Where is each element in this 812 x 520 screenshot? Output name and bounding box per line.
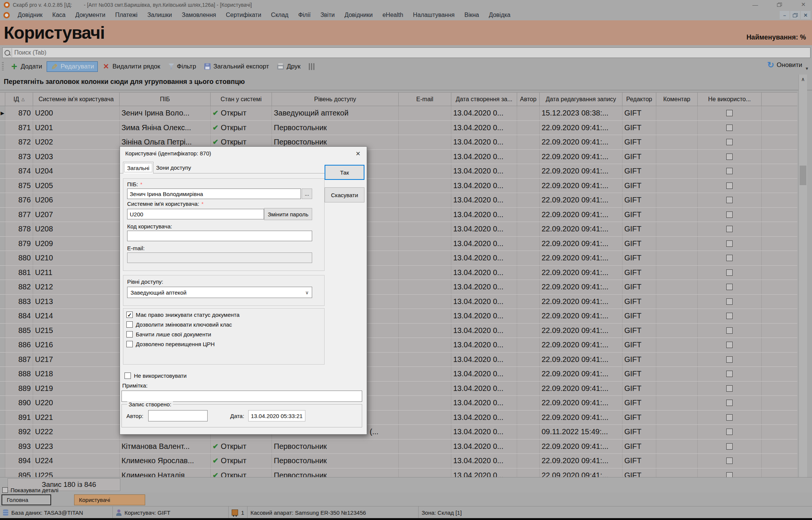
menu-item-14[interactable]: Довідка — [485, 11, 515, 19]
tab-access-zones[interactable]: Зони доступу — [152, 162, 195, 173]
toolbar-button-pencil[interactable]: Редагувати — [47, 61, 98, 72]
not-use-row[interactable]: Не використовувати — [124, 373, 187, 379]
column-header-email[interactable]: E-mail — [399, 93, 451, 106]
pib-input[interactable] — [127, 189, 301, 199]
not-used-checkbox[interactable] — [726, 385, 733, 392]
table-row[interactable]: 871U201Зима Яніна Олекс...✔ОткрытПервост… — [0, 121, 797, 135]
not-used-checkbox[interactable] — [726, 211, 733, 218]
permission-checkbox-0[interactable]: ✓ — [126, 312, 133, 318]
column-header-editor[interactable]: Редактор — [622, 93, 656, 106]
permission-row-0[interactable]: ✓Має право знижувати статус документа — [126, 312, 240, 318]
toolbar-grip[interactable] — [2, 62, 4, 71]
child-minimize-icon[interactable]: – — [780, 11, 789, 19]
table-row[interactable]: 894U224Клименко Ярослав...✔ОткрытПервост… — [0, 454, 797, 468]
scrollbar-thumb[interactable] — [800, 166, 806, 185]
column-header-created[interactable]: Дата створення за... — [451, 93, 517, 106]
toolbar-button-columns[interactable] — [305, 62, 319, 71]
column-header-state[interactable]: Стан у системі — [211, 93, 272, 106]
not-used-checkbox[interactable] — [726, 342, 733, 348]
vertical-scrollbar[interactable]: ∧ — [798, 75, 807, 477]
menu-item-4[interactable]: Залишки — [143, 11, 176, 19]
menu-item-12[interactable]: Налаштування — [409, 11, 459, 19]
not-used-checkbox[interactable] — [726, 472, 733, 477]
column-header-id[interactable]: ІД△ — [5, 93, 33, 106]
not-used-checkbox[interactable] — [726, 110, 733, 116]
change-password-button[interactable]: Змінити пароль — [264, 208, 312, 220]
column-header-comment[interactable]: Коментар — [656, 93, 698, 106]
sysname-input[interactable] — [127, 209, 264, 219]
menu-item-13[interactable]: Вікна — [460, 11, 483, 19]
restore-icon[interactable] — [774, 1, 784, 8]
permission-row-2[interactable]: Бачити лише свої документи — [126, 331, 211, 338]
author-input[interactable] — [148, 410, 208, 421]
toolbar-overflow-icon[interactable]: ▼ — [805, 66, 809, 71]
not-used-checkbox[interactable] — [726, 154, 733, 160]
column-header-pib[interactable]: ПІБ — [120, 93, 211, 106]
permission-checkbox-3[interactable] — [126, 341, 133, 347]
permission-row-1[interactable]: Дозволити змінювати ключовий клас — [126, 321, 232, 328]
toolbar-button-filter[interactable]: Фільтр — [165, 61, 200, 72]
table-row[interactable]: 895U225Клименко Наталія✔ОткрытПервостоль… — [0, 468, 797, 477]
not-used-checkbox[interactable] — [726, 269, 733, 276]
tab-general[interactable]: Загальні — [123, 162, 153, 173]
dialog-title-bar[interactable]: Користувачі (ідентифікатор: 870) — [120, 147, 367, 160]
column-header-author[interactable]: Автор — [517, 93, 540, 106]
table-row[interactable]: 893U223Кітманова Валент...✔ОткрытПервост… — [0, 439, 797, 454]
menu-item-6[interactable]: Сертифікати — [222, 11, 265, 19]
not-used-checkbox[interactable] — [726, 255, 733, 261]
not-used-checkbox[interactable] — [726, 414, 733, 421]
not-used-checkbox[interactable] — [726, 443, 733, 450]
menu-item-8[interactable]: Філії — [294, 11, 315, 19]
menu-item-9[interactable]: Звіти — [316, 11, 339, 19]
menu-item-10[interactable]: Довідники — [340, 11, 377, 19]
not-used-checkbox[interactable] — [726, 400, 733, 406]
not-used-checkbox[interactable] — [726, 458, 733, 464]
menu-item-3[interactable]: Платежі — [111, 11, 142, 19]
not-used-checkbox[interactable] — [726, 429, 733, 435]
not-used-checkbox[interactable] — [726, 226, 733, 232]
window-tab-current[interactable]: Користувачі — [74, 494, 145, 505]
note-input[interactable] — [121, 391, 362, 402]
permission-row-3[interactable]: Дозволено перевищення ЦРН — [126, 341, 215, 347]
ok-button[interactable]: Так — [325, 165, 364, 180]
menu-item-7[interactable]: Склад — [267, 11, 293, 19]
not-used-checkbox[interactable] — [726, 298, 733, 305]
not-used-checkbox[interactable] — [726, 356, 733, 363]
toolbar-button-delete[interactable]: Видалити рядок — [99, 61, 164, 72]
minimize-icon[interactable]: — — [750, 1, 760, 8]
levels-select[interactable]: Заведующий аптекой ∨ — [127, 287, 312, 298]
menu-item-1[interactable]: Каса — [48, 11, 70, 19]
show-details-checkbox[interactable] — [2, 487, 8, 493]
permission-checkbox-1[interactable] — [126, 321, 133, 328]
close-icon[interactable]: ✕ — [798, 1, 808, 8]
column-header-edited[interactable]: Дата редагування запису — [540, 93, 622, 106]
not-used-checkbox[interactable] — [726, 182, 733, 189]
not-used-checkbox[interactable] — [726, 240, 733, 247]
table-row[interactable]: ▶870U200Зенич Ірина Воло...✔ОткрытЗаведу… — [0, 106, 797, 121]
not-used-checkbox[interactable] — [726, 313, 733, 319]
groupby-bar[interactable]: Перетягніть заголовок колонки сюди для у… — [0, 73, 812, 90]
child-close-icon[interactable]: ✕ — [801, 11, 810, 19]
cancel-button[interactable]: Скасувати — [325, 187, 364, 202]
toolbar-button-print[interactable]: Друк — [273, 61, 304, 72]
not-used-checkbox[interactable] — [726, 284, 733, 290]
search-input[interactable] — [12, 49, 810, 56]
not-use-checkbox[interactable] — [124, 373, 131, 379]
menu-item-2[interactable]: Документи — [71, 11, 109, 19]
pib-lookup-button[interactable]: ... — [302, 189, 312, 199]
window-tab-home[interactable]: Головна — [2, 494, 51, 505]
user-code-input[interactable] — [127, 231, 312, 241]
not-used-checkbox[interactable] — [726, 371, 733, 377]
not-used-checkbox[interactable] — [726, 168, 733, 174]
dialog-close-icon[interactable]: ✕ — [354, 149, 362, 158]
not-used-checkbox[interactable] — [726, 327, 733, 334]
column-header-notused[interactable]: Не використо... — [698, 93, 762, 106]
menu-item-5[interactable]: Замовлення — [178, 11, 220, 19]
scroll-up-icon[interactable]: ∧ — [799, 75, 807, 84]
toolbar-button-export[interactable]: Загальний експорт — [200, 61, 273, 72]
not-used-checkbox[interactable] — [726, 125, 733, 131]
not-used-checkbox[interactable] — [726, 197, 733, 203]
menu-item-11[interactable]: eHealth — [378, 11, 407, 19]
refresh-button[interactable]: Оновити — [767, 61, 802, 69]
not-used-checkbox[interactable] — [726, 139, 733, 145]
